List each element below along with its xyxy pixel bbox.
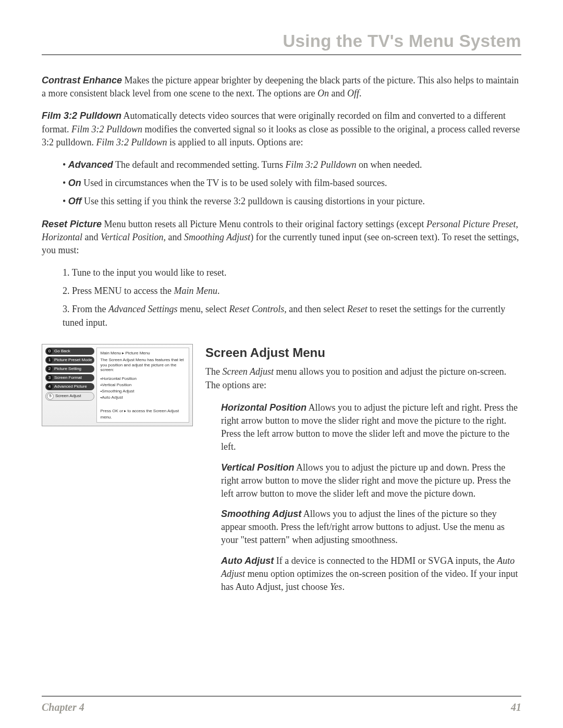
menu-footnote: Press OK or ▸ to access the Screen Adjus… [100,408,189,419]
menu-detail-panel: Main Menu ▸ Picture Menu The Screen Adju… [96,348,189,423]
label-film-pulldown: Film 3:2 Pulldown [42,110,121,121]
step-1: 1. Tune to the input you would like to r… [63,266,521,279]
opt-off: Off Use this setting if you think the re… [63,195,521,208]
opt-horizontal-position: Horizontal Position Allows you to adjust… [221,401,521,454]
footer-page-number: 41 [511,701,521,713]
film-options-list: Advanced The default and recommended set… [42,158,521,208]
body-content: Contrast Enhance Makes the picture appea… [42,74,521,601]
menu-item-3: 3Screen Format [45,374,94,381]
footer-rule [42,696,521,697]
reset-steps: 1. Tune to the input you would like to r… [42,266,521,329]
para-film-pulldown: Film 3:2 Pulldown Automatically detects … [42,109,521,149]
heading-screen-adjust: Screen Adjust Menu [205,344,521,362]
para-reset-picture: Reset Picture Menu button resets all Pic… [42,218,521,257]
menu-item-0: 0Go Back [45,348,94,355]
opt-smoothing-adjust: Smoothing Adjust Allows you to adjust th… [221,508,521,547]
menu-screenshot: 0Go Back 1Picture Preset Mode 2Picture S… [42,344,193,426]
opt-auto-adjust: Auto Adjust If a device is connected to … [221,554,521,594]
menu-breadcrumb: Main Menu ▸ Picture Menu [100,350,186,356]
menu-item-2: 2Picture Setting [45,365,94,373]
label-reset-picture: Reset Picture [42,219,102,229]
opt-vertical-position: Vertical Position Allows you to adjust t… [221,461,521,501]
label-contrast-enhance: Contrast Enhance [42,75,122,85]
menu-sidebar: 0Go Back 1Picture Preset Mode 2Picture S… [45,348,94,423]
opt-advanced: Advanced The default and recommended set… [63,158,521,171]
para-screen-adjust-intro: The Screen Adjust menu allows you to pos… [205,365,521,391]
step-2: 2. Press MENU to access the Main Menu. [63,285,521,298]
page-footer: Chapter 4 41 [42,701,521,713]
menu-item-5-selected: 5Screen Adjust [45,392,94,401]
header-rule [42,54,521,55]
opt-on: On Used in circumstances when the TV is … [63,177,521,190]
footer-chapter: Chapter 4 [42,701,84,713]
menu-item-1: 1Picture Preset Mode [45,356,94,364]
step-3: 3. From the Advanced Settings menu, sele… [63,303,521,329]
menu-description: The Screen Adjust Menu has features that… [100,357,186,373]
chapter-title: Using the TV's Menu System [42,21,521,54]
para-contrast-enhance: Contrast Enhance Makes the picture appea… [42,74,521,100]
menu-item-4: 4Advanced Picture [45,383,94,390]
